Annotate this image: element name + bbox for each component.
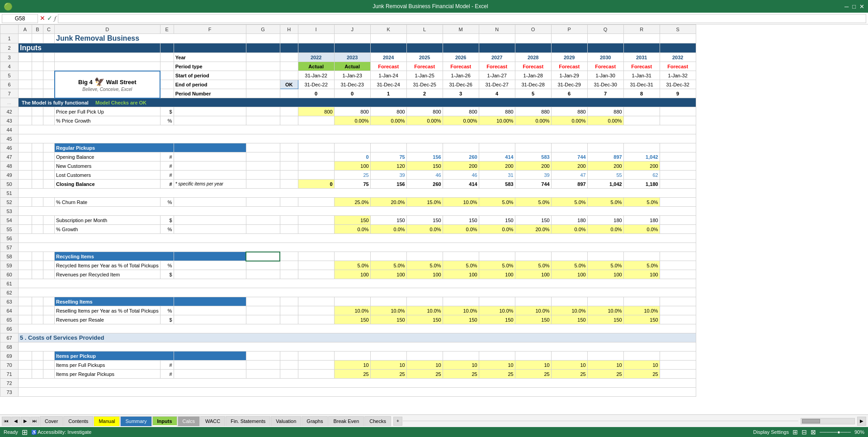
enter-formula-icon[interactable]: ✓ <box>47 14 52 22</box>
tab-calcs[interactable]: Calcs <box>178 416 200 426</box>
col-header-a[interactable]: A <box>19 25 32 34</box>
table-row: 59 Recycled Items per Year as % of Total… <box>0 261 696 270</box>
close-btn[interactable]: ✕ <box>859 3 864 10</box>
tab-summary[interactable]: Summary <box>120 416 151 426</box>
ok-button[interactable]: OK <box>280 80 298 89</box>
add-sheet-btn[interactable]: + <box>393 417 402 426</box>
col-header-b[interactable]: B <box>32 25 43 34</box>
cell-i1[interactable] <box>298 34 334 43</box>
zoom-slider[interactable]: ─────●─── <box>820 429 851 435</box>
col-header-k[interactable]: K <box>370 25 406 34</box>
accessibility-text[interactable]: ♿ Accessibility: Investigate <box>31 429 92 435</box>
col-header-s[interactable]: S <box>660 25 696 34</box>
tab-nav-left[interactable]: ◀ <box>11 417 20 426</box>
cell-o1[interactable] <box>515 34 551 43</box>
row-num-60: 60 <box>0 270 19 279</box>
tab-wacc[interactable]: WACC <box>200 416 225 426</box>
table-row: 56 <box>0 234 696 243</box>
cell-d42[interactable]: Price per Full Pick Up <box>55 107 160 116</box>
tab-cover[interactable]: Cover <box>40 416 63 426</box>
formula-bar: ✕ ✓ 𝑓 <box>0 13 868 24</box>
grid-scroll[interactable]: A B C D E F G H I J K L M N O <box>0 24 868 414</box>
col-header-e[interactable]: E <box>160 25 174 34</box>
cell-p1[interactable] <box>551 34 587 43</box>
cell-q1[interactable] <box>587 34 623 43</box>
view-page-break-icon[interactable]: ⊠ <box>811 428 816 436</box>
col-header-c[interactable]: C <box>43 25 55 34</box>
cell-b1[interactable] <box>32 34 43 43</box>
view-normal-icon[interactable]: ⊞ <box>793 428 798 436</box>
col-header-d[interactable]: D <box>55 25 160 34</box>
col-header-g[interactable]: G <box>246 25 280 34</box>
tab-nav-right-right[interactable]: ⏭ <box>30 417 39 426</box>
scroll-right-btn[interactable]: ▶ <box>857 417 866 426</box>
insert-function-icon[interactable]: 𝑓 <box>54 14 56 22</box>
cell-s1[interactable] <box>660 34 696 43</box>
tab-graphs[interactable]: Graphs <box>302 416 328 426</box>
zoom-level[interactable]: 90% <box>854 429 864 435</box>
table-row: 44 <box>0 125 696 134</box>
maximize-btn[interactable]: □ <box>852 3 856 10</box>
table-row: 43 % Price Growth % 0.00% 0.00% 0.00% <box>0 116 696 125</box>
tab-fin-statements[interactable]: Fin. Statements <box>226 416 270 426</box>
col-header-n[interactable]: N <box>479 25 515 34</box>
row-num-55: 55 <box>0 225 19 234</box>
cell-g58-selected[interactable] <box>246 252 280 261</box>
row-num-49: 49 <box>0 171 19 180</box>
cell-n1[interactable] <box>479 34 515 43</box>
tab-checks[interactable]: Checks <box>364 416 391 426</box>
row-num-71: 71 <box>0 370 19 379</box>
col-header-i[interactable]: I <box>298 25 334 34</box>
cell-l1[interactable] <box>406 34 443 43</box>
tab-break-even[interactable]: Break Even <box>328 416 364 426</box>
row-num-1: 1 <box>0 34 19 43</box>
col-header-f[interactable]: F <box>174 25 246 34</box>
name-box[interactable] <box>2 14 38 23</box>
col-header-j[interactable]: J <box>334 25 370 34</box>
row-num-47: 47 <box>0 152 19 162</box>
cell-d1-title[interactable]: Junk Removal Business <box>55 34 246 43</box>
cancel-formula-icon[interactable]: ✕ <box>40 14 45 22</box>
table-row: 61 <box>0 279 696 288</box>
spreadsheet-container: A B C D E F G H I J K L M N O <box>0 24 868 414</box>
cell-a1[interactable] <box>19 34 32 43</box>
excel-app: 🟢 Junk Removal Business Financial Model … <box>0 0 868 437</box>
row-num-58: 58 <box>0 252 19 261</box>
table-row: 54 Subscription per Month $ 150 150 150 <box>0 216 696 225</box>
cell-k1[interactable] <box>370 34 406 43</box>
formula-input[interactable] <box>58 14 866 23</box>
cell-c1[interactable] <box>43 34 55 43</box>
col-header-h[interactable]: H <box>280 25 298 34</box>
col-header-l[interactable]: L <box>406 25 443 34</box>
col-header-p[interactable]: P <box>551 25 587 34</box>
tab-valuation[interactable]: Valuation <box>271 416 301 426</box>
row-num-48: 48 <box>0 162 19 171</box>
col-header-o[interactable]: O <box>515 25 551 34</box>
tab-manual[interactable]: Manual <box>94 416 120 426</box>
cell-m1[interactable] <box>443 34 479 43</box>
row-num-70: 70 <box>0 361 19 370</box>
col-header-m[interactable]: M <box>443 25 479 34</box>
tab-contents[interactable]: Contents <box>63 416 93 426</box>
cell-r1[interactable] <box>623 34 660 43</box>
view-page-layout-icon[interactable]: ⊟ <box>802 428 807 436</box>
table-row: 72 <box>0 379 696 388</box>
regular-pickups-header: Regular Pickups <box>55 143 174 152</box>
row-num-46: 46 <box>0 143 19 152</box>
col-header-q[interactable]: Q <box>587 25 623 34</box>
col-header-r[interactable]: R <box>623 25 660 34</box>
display-settings[interactable]: Display Settings <box>753 429 789 435</box>
cell-g1[interactable] <box>246 34 280 43</box>
tab-inputs[interactable]: Inputs <box>152 416 177 426</box>
cell-inputs-header[interactable]: Inputs <box>19 43 160 53</box>
cell-h1[interactable] <box>280 34 298 43</box>
table-row: 64 Reselling Items per Year as % of Tota… <box>0 306 696 315</box>
tab-nav-right[interactable]: ▶ <box>21 417 30 426</box>
table-row: 49 Lost Customers # 25 39 46 46 <box>0 171 696 180</box>
cell-j1[interactable] <box>334 34 370 43</box>
row-num-4: 4 <box>0 62 19 71</box>
minimize-btn[interactable]: ─ <box>844 3 849 10</box>
row-num-2: 2 <box>0 43 19 53</box>
tab-nav-left-left[interactable]: ⏮ <box>2 417 11 426</box>
status-bar: Ready ⊞ ♿ Accessibility: Investigate Dis… <box>0 427 868 437</box>
